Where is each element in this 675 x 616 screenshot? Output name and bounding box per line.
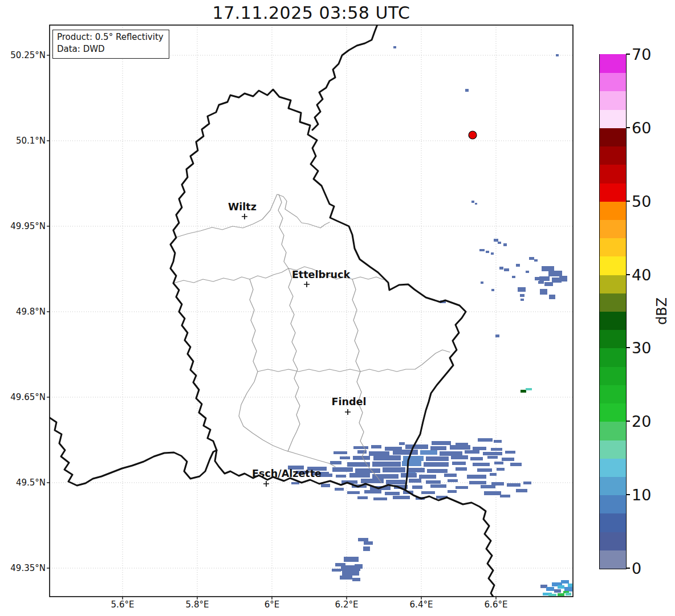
radar-echo-patch (471, 201, 474, 203)
radar-echo-patch (478, 438, 493, 442)
x-tick-label: 6.4°E (410, 599, 433, 610)
city-findel: Findel (332, 396, 367, 415)
radar-echo-patch (521, 390, 526, 393)
y-tick-label: 49.5°N (16, 478, 46, 488)
radar-echo-patch (502, 458, 514, 461)
radar-echo-patch (448, 479, 458, 482)
radar-echo-patch (481, 485, 495, 488)
colorbar-tick-mark (626, 274, 630, 275)
colorbar-segment (600, 422, 626, 440)
radar-echo-patch (486, 251, 489, 253)
radar-echo-patch (426, 480, 441, 484)
radar-echo-patch (357, 496, 368, 499)
colorbar-tick-mark (626, 347, 630, 348)
radar-echo-patch (364, 490, 381, 493)
radar-echo-patch (440, 451, 462, 456)
map-canvas: WiltzEttelbruckFindelEsch/Alzette (0, 0, 675, 616)
radar-echo-patch (479, 249, 485, 251)
radar-echo-patch (558, 585, 564, 589)
radar-echo-patch (526, 271, 529, 273)
radar-echo-patch (426, 456, 449, 461)
radar-echo-patch (355, 468, 380, 473)
radar-echo-patch (548, 271, 562, 276)
radar-echo-patch (556, 54, 559, 56)
colorbar-tick-label: 60 (632, 119, 651, 136)
colorbar-segment (600, 311, 626, 330)
radar-echo-patch (405, 444, 428, 449)
radar-echo-patch (372, 474, 399, 479)
radar-echo-patch (521, 299, 524, 301)
colorbar-tick-mark (626, 568, 630, 569)
radar-echo-patch (495, 334, 499, 337)
radar-echo-patch (412, 486, 422, 489)
colorbar-segment (600, 330, 626, 349)
radar-echo-patch (340, 456, 350, 459)
radar-echo-patch (497, 468, 505, 471)
belgium-germany-border (312, 25, 377, 130)
radar-echo-patch (321, 484, 330, 487)
radar-echo-patch (430, 446, 446, 450)
radar-echo-patch (371, 445, 381, 448)
radar-echo-patch (456, 486, 468, 489)
radar-echo-patch (335, 488, 344, 491)
radar-echo-patch (520, 294, 524, 297)
radar-echo-patch (540, 289, 547, 295)
colorbar-segment (600, 165, 626, 183)
colorbar-segment (600, 219, 626, 238)
france-germany-border (405, 490, 494, 597)
radar-echo-patch (421, 491, 435, 494)
city-marker-icon (304, 282, 310, 287)
colorbar-segment (600, 293, 626, 312)
radar-echo-patch (352, 578, 360, 581)
radar-echo-patch (470, 457, 483, 460)
radar-echo-patch (401, 473, 417, 478)
colorbar-tick-label: 70 (632, 46, 651, 63)
radar-echo-patch (500, 495, 510, 497)
y-tick-label: 49.95°N (10, 221, 46, 231)
colorbar-segment (600, 458, 626, 477)
radar-echo-patch (385, 492, 400, 495)
info-product-line: Product: 0.5° Reflectivity (57, 31, 164, 43)
radar-echo-patch (465, 89, 469, 92)
x-tick-label: 5.6°E (111, 599, 135, 610)
colorbar-tick-label: 30 (632, 339, 651, 357)
radar-echo-patch (330, 461, 341, 464)
radar-echo-patch (503, 243, 507, 246)
city-label: Findel (332, 396, 367, 407)
radar-echo-patch (465, 450, 479, 454)
district-border (288, 268, 300, 451)
radar-echo-patch (535, 277, 541, 280)
radar-echo-patch (475, 203, 477, 205)
radar-echo-patch (332, 467, 353, 472)
radar-echo-patch (510, 463, 522, 466)
france-belgium-border (50, 418, 217, 486)
colorbar-tick-label: 10 (632, 486, 651, 504)
colorbar-segment (600, 54, 626, 73)
colorbar-segment (600, 550, 626, 569)
radar-echo-patch (507, 483, 521, 487)
radar-echo-patch (491, 289, 494, 291)
radar-echo-patch (427, 469, 448, 473)
radar-echo-patch (494, 462, 503, 464)
radar-echo-patch (450, 445, 470, 450)
district-borders (173, 194, 450, 483)
radar-echo-patch (505, 451, 515, 454)
radar-echo-patch (494, 440, 502, 443)
radar-echo-patch (419, 475, 436, 479)
district-border (258, 350, 450, 372)
colorbar-segment (600, 495, 626, 514)
colorbar-axis-label: dBZ (654, 297, 670, 325)
colorbar (599, 54, 627, 569)
city-wiltz: Wiltz (228, 201, 257, 219)
info-box: Product: 0.5° Reflectivity Data: DWD (52, 30, 169, 59)
colorbar-segment (600, 385, 626, 403)
radar-echo-patch (549, 295, 555, 299)
radar-echo-patch (353, 456, 370, 460)
radar-echo-patch (498, 242, 501, 244)
radar-echo-patch (353, 446, 368, 449)
colorbar-tick-mark (626, 494, 630, 495)
colorbar-segment (600, 128, 626, 146)
radar-echo-patch (344, 557, 359, 562)
radar-echo-patch (566, 593, 571, 595)
radar-echo-patch (393, 496, 410, 499)
